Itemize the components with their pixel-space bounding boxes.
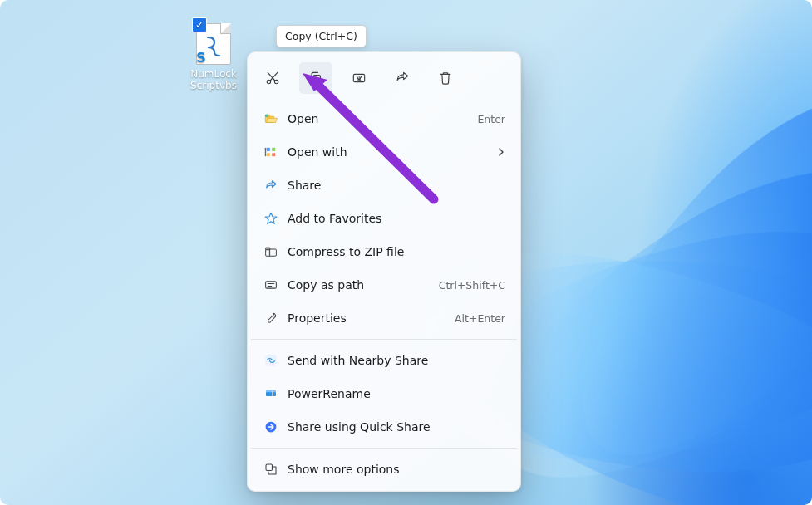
- scissors-icon: [264, 70, 281, 86]
- open-with-icon: [259, 145, 283, 159]
- svg-point-15: [265, 154, 267, 156]
- script-badge-icon: S: [192, 49, 210, 67]
- copy-icon: [308, 70, 324, 86]
- chevron-right-icon: [497, 145, 505, 159]
- svg-text:A: A: [357, 75, 362, 82]
- quick-share-icon: [259, 419, 283, 434]
- menu-item-label: Copy as path: [283, 278, 439, 292]
- svg-rect-19: [265, 355, 277, 366]
- svg-rect-24: [266, 464, 273, 471]
- svg-point-7: [265, 114, 268, 117]
- share-icon: [259, 178, 283, 193]
- svg-rect-11: [272, 153, 275, 156]
- menu-item-label: Send with Nearby Share: [283, 354, 505, 367]
- menu-item-powerrename[interactable]: PowerRename: [248, 377, 520, 410]
- menu-item-label: Show more options: [283, 463, 505, 476]
- svg-rect-22: [273, 391, 274, 398]
- desktop[interactable]: ✓ S NumLock Scriptvbs Copy (Ctrl+C) A: [0, 0, 812, 505]
- copy-button[interactable]: [299, 62, 332, 94]
- menu-item-favorites[interactable]: Add to Favorites: [248, 202, 520, 235]
- cut-button[interactable]: [256, 62, 289, 94]
- menu-item-shortcut: Ctrl+Shift+C: [439, 279, 505, 292]
- svg-rect-20: [266, 392, 276, 396]
- selected-check-icon: ✓: [192, 17, 207, 32]
- svg-point-14: [265, 151, 267, 153]
- trash-icon: [437, 70, 454, 86]
- menu-item-label: PowerRename: [283, 387, 505, 400]
- menu-item-properties[interactable]: Properties Alt+Enter: [248, 302, 520, 335]
- svg-rect-2: [313, 76, 320, 84]
- menu-separator: [251, 448, 517, 449]
- menu-item-label: Add to Favorites: [283, 212, 505, 225]
- svg-rect-10: [267, 153, 270, 156]
- menu-item-label: Share: [283, 179, 505, 192]
- wrench-icon: [259, 311, 283, 326]
- context-menu: A Open Enter Open with: [247, 51, 521, 492]
- menu-item-quick-share[interactable]: Share using Quick Share: [248, 410, 520, 444]
- menu-item-label: Open: [283, 112, 477, 125]
- menu-item-shortcut: Alt+Enter: [455, 312, 505, 325]
- nearby-share-icon: [259, 353, 283, 368]
- menu-item-open[interactable]: Open Enter: [248, 102, 520, 135]
- svg-rect-9: [272, 148, 275, 151]
- rename-button[interactable]: A: [342, 62, 376, 94]
- star-icon: [259, 211, 283, 226]
- vbs-file-icon: ✓ S: [196, 23, 231, 65]
- rename-icon: A: [351, 70, 367, 86]
- quick-actions-row: A: [248, 57, 520, 102]
- menu-item-label: Properties: [283, 311, 455, 325]
- menu-item-show-more[interactable]: Show more options: [248, 453, 520, 486]
- desktop-file[interactable]: ✓ S NumLock Scriptvbs: [181, 23, 246, 91]
- menu-item-label: Share using Quick Share: [283, 420, 505, 434]
- show-more-icon: [259, 462, 283, 477]
- svg-rect-8: [267, 148, 270, 151]
- copy-tooltip: Copy (Ctrl+C): [276, 25, 367, 47]
- zip-icon: [259, 244, 283, 259]
- delete-button[interactable]: [429, 62, 462, 94]
- open-icon: [259, 111, 283, 126]
- menu-item-nearby-share[interactable]: Send with Nearby Share: [248, 344, 520, 377]
- svg-rect-21: [266, 390, 276, 393]
- menu-separator: [251, 339, 517, 340]
- menu-item-label: Compress to ZIP file: [283, 245, 505, 258]
- svg-point-13: [265, 148, 267, 150]
- menu-item-label: Open with: [283, 145, 497, 159]
- share-arrow-icon: [394, 70, 411, 86]
- menu-item-open-with[interactable]: Open with: [248, 135, 520, 169]
- powerrename-icon: [259, 386, 283, 401]
- svg-rect-17: [266, 248, 270, 250]
- share-button[interactable]: [386, 62, 419, 94]
- menu-item-shortcut: Enter: [477, 113, 505, 125]
- desktop-file-label: NumLock Scriptvbs: [181, 68, 246, 91]
- menu-item-share[interactable]: Share: [248, 169, 520, 202]
- menu-item-compress-zip[interactable]: Compress to ZIP file: [248, 235, 520, 268]
- svg-rect-18: [266, 282, 277, 288]
- copy-path-icon: [259, 277, 283, 292]
- menu-item-copy-as-path[interactable]: Copy as path Ctrl+Shift+C: [248, 268, 520, 302]
